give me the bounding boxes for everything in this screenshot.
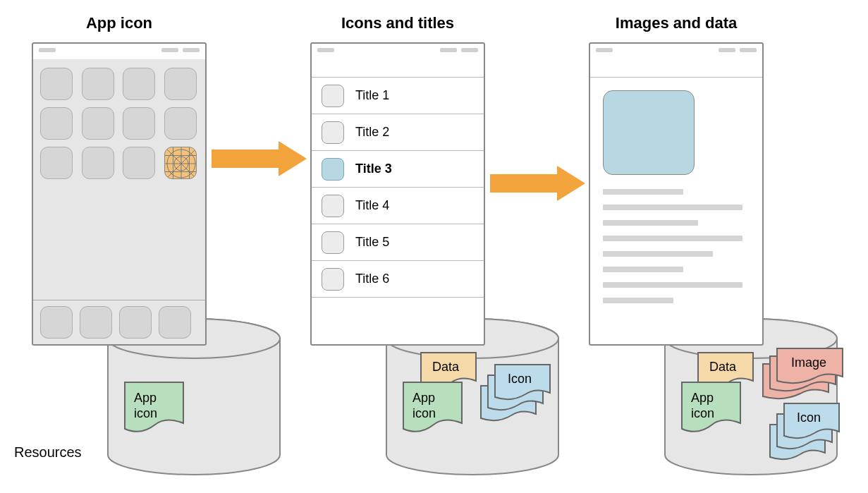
row-label: Title 4: [355, 198, 389, 213]
row-icon: [322, 195, 344, 217]
nav-bar: [590, 59, 762, 78]
list-row[interactable]: Title 4: [312, 188, 484, 224]
list-row[interactable]: Title 2: [312, 114, 484, 151]
col2-title: Icons and titles: [310, 14, 485, 32]
app-icon[interactable]: [82, 147, 114, 179]
status-bar: [590, 44, 762, 59]
app-icon[interactable]: [40, 68, 73, 100]
svg-text:icon: icon: [134, 406, 157, 420]
svg-text:Data: Data: [709, 360, 737, 374]
app-grid: [33, 62, 205, 185]
app-icon[interactable]: [164, 68, 197, 100]
app-icon[interactable]: [40, 147, 73, 179]
svg-marker-10: [212, 141, 307, 176]
app-icon-card: App icon: [680, 381, 751, 444]
app-icon[interactable]: [123, 147, 155, 179]
arrow-icon: [490, 166, 585, 201]
list-row[interactable]: Title 1: [312, 78, 484, 114]
app-icon-card: App icon: [123, 381, 194, 444]
phone-home-screen: [32, 42, 207, 346]
dock-app-icon[interactable]: [159, 306, 191, 339]
row-icon: [322, 85, 344, 107]
app-icon[interactable]: [82, 107, 114, 140]
svg-text:icon: icon: [691, 406, 714, 420]
status-bar: [312, 44, 484, 59]
detail-view: [590, 78, 762, 326]
target-app-icon[interactable]: [164, 147, 197, 179]
app-icon[interactable]: [82, 68, 114, 100]
text-line: [603, 267, 683, 272]
text-line: [603, 205, 742, 210]
svg-text:Data: Data: [432, 360, 460, 374]
app-icon[interactable]: [40, 107, 73, 140]
list-row[interactable]: Title 6: [312, 261, 484, 298]
detail-image: [603, 90, 695, 175]
row-label: Title 1: [355, 88, 389, 103]
row-label: Title 3: [355, 162, 392, 176]
phone-detail-screen: [589, 42, 764, 346]
row-icon: [322, 231, 344, 254]
app-icon-card: App icon: [402, 381, 472, 444]
col1-title: App icon: [32, 14, 207, 32]
image-card-stack: Image: [762, 347, 846, 403]
row-label: Title 2: [355, 125, 389, 140]
row-icon: [322, 268, 344, 291]
dock-app-icon[interactable]: [119, 306, 152, 339]
list-view: Title 1 Title 2 Title 3 Title 4 Title 5 …: [312, 78, 484, 298]
status-bar: [33, 44, 205, 59]
svg-text:Image: Image: [791, 355, 826, 370]
dock: [33, 300, 205, 344]
app-icon[interactable]: [123, 68, 155, 100]
svg-text:App: App: [134, 391, 157, 405]
phone-list-screen: Title 1 Title 2 Title 3 Title 4 Title 5 …: [310, 42, 485, 346]
nav-bar: [312, 59, 484, 78]
resources-label: Resources: [14, 444, 82, 461]
icon-card-stack: Icon: [769, 402, 846, 473]
row-label: Title 6: [355, 272, 389, 286]
row-icon: [322, 158, 344, 181]
text-line: [603, 220, 698, 226]
svg-marker-11: [490, 166, 585, 201]
dock-app-icon[interactable]: [40, 306, 73, 339]
svg-text:Icon: Icon: [508, 372, 532, 386]
diagram: App icon Icons and titles Images and dat…: [14, 14, 854, 479]
text-line: [603, 189, 683, 195]
row-label: Title 5: [355, 235, 389, 250]
text-line: [603, 236, 742, 241]
text-line: [603, 282, 742, 288]
arrow-icon: [212, 141, 307, 176]
app-icon[interactable]: [164, 107, 197, 140]
svg-text:Icon: Icon: [797, 410, 821, 425]
col3-title: Images and data: [589, 14, 764, 32]
row-icon: [322, 121, 344, 144]
text-line: [603, 298, 673, 303]
svg-text:App: App: [691, 391, 714, 405]
list-row[interactable]: Title 5: [312, 224, 484, 261]
svg-text:icon: icon: [412, 406, 436, 420]
text-line: [603, 251, 713, 257]
dock-app-icon[interactable]: [80, 306, 112, 339]
icon-card-stack: Icon: [479, 363, 557, 434]
svg-text:App: App: [412, 391, 435, 405]
target-grid-icon: [165, 147, 197, 179]
list-row-selected[interactable]: Title 3: [312, 151, 484, 188]
app-icon[interactable]: [123, 107, 155, 140]
